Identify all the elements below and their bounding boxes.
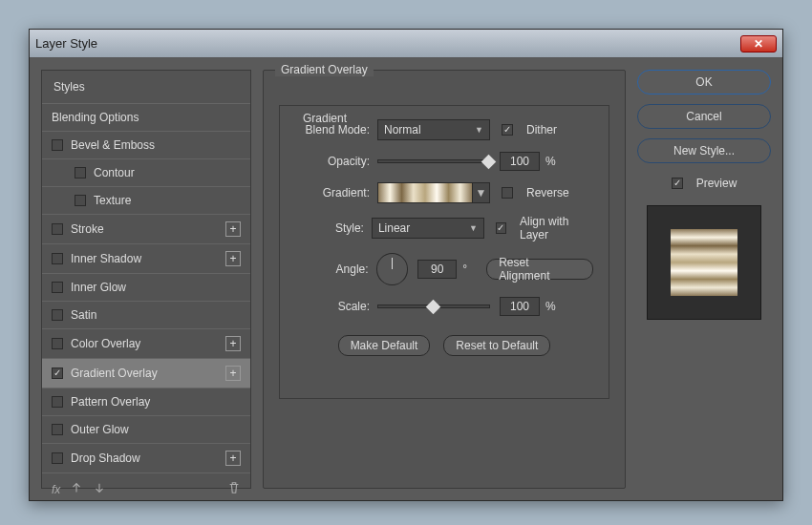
slider-thumb[interactable] xyxy=(426,300,441,315)
style-label: Style: xyxy=(295,221,364,235)
angle-row: Angle: 90 ° Reset Alignment xyxy=(295,253,593,285)
dither-check-icon xyxy=(502,124,513,136)
add-effect-icon[interactable]: + xyxy=(225,221,241,237)
style-row: Style: Linear ▼ Align with Layer xyxy=(295,215,593,242)
gradient-subtitle: Gradient xyxy=(303,112,347,125)
style-item-checkbox[interactable] xyxy=(52,223,63,235)
styles-list: Blending OptionsBevel & EmbossContourTex… xyxy=(42,104,250,473)
style-item-checkbox[interactable] xyxy=(52,424,63,435)
preview-label: Preview xyxy=(696,177,737,190)
style-item-label: Inner Shadow xyxy=(71,252,141,265)
scale-input[interactable]: 100 xyxy=(500,297,540,316)
style-item-checkbox[interactable] xyxy=(52,139,63,151)
preview-gradient xyxy=(671,229,737,296)
gradient-group: Gradient Blend Mode: Normal ▼ Dither Opa… xyxy=(279,105,609,399)
angle-input[interactable]: 90 xyxy=(417,260,457,279)
slider-thumb[interactable] xyxy=(481,155,497,170)
align-checkbox[interactable]: Align with Layer xyxy=(496,215,593,242)
angle-unit: ° xyxy=(462,262,467,276)
dither-checkbox[interactable]: Dither xyxy=(502,123,557,136)
reverse-label: Reverse xyxy=(526,186,569,200)
style-item-checkbox[interactable] xyxy=(52,396,63,408)
style-item-label: Texture xyxy=(94,194,131,207)
blend-mode-value: Normal xyxy=(384,123,421,136)
close-icon: ✕ xyxy=(754,37,763,51)
reverse-checkbox[interactable]: Reverse xyxy=(502,186,569,200)
chevron-down-icon: ▼ xyxy=(475,125,483,135)
window-title: Layer Style xyxy=(35,36,97,51)
chevron-down-icon: ▼ xyxy=(469,223,478,233)
opacity-label: Opacity: xyxy=(295,155,370,168)
preview-checkbox[interactable]: Preview xyxy=(637,177,771,190)
style-select[interactable]: Linear ▼ xyxy=(372,218,484,239)
angle-label: Angle: xyxy=(295,262,369,276)
close-button[interactable]: ✕ xyxy=(740,35,777,52)
right-panel: OK Cancel New Style... Preview xyxy=(637,70,771,489)
style-item-label: Contour xyxy=(94,166,135,179)
style-item-texture[interactable]: Texture xyxy=(42,187,250,215)
fx-icon[interactable]: fx xyxy=(52,483,60,496)
titlebar[interactable]: Layer Style ✕ xyxy=(30,30,782,58)
arrow-down-icon[interactable] xyxy=(93,481,106,497)
style-item-checkbox[interactable] xyxy=(52,282,63,293)
style-item-label: Bevel & Emboss xyxy=(71,138,155,152)
scale-label: Scale: xyxy=(295,300,370,313)
style-item-outer-glow[interactable]: Outer Glow xyxy=(42,416,250,444)
opacity-row: Opacity: 100 % xyxy=(295,152,593,171)
angle-dial[interactable] xyxy=(376,253,408,285)
style-item-blending-options[interactable]: Blending Options xyxy=(42,104,250,132)
gradient-swatch[interactable] xyxy=(377,182,473,203)
style-item-checkbox[interactable] xyxy=(52,452,63,464)
style-item-stroke[interactable]: Stroke+ xyxy=(42,215,250,244)
defaults-row: Make Default Reset to Default xyxy=(295,335,593,356)
opacity-unit: % xyxy=(545,155,556,168)
settings-panel: Gradient Overlay Gradient Blend Mode: No… xyxy=(263,70,626,489)
style-item-label: Stroke xyxy=(71,222,104,236)
styles-header[interactable]: Styles xyxy=(42,71,250,104)
style-item-checkbox[interactable] xyxy=(52,253,63,264)
reset-alignment-button[interactable]: Reset Alignment xyxy=(486,259,593,280)
style-item-checkbox[interactable] xyxy=(52,309,63,321)
scale-slider[interactable] xyxy=(377,304,490,308)
style-item-drop-shadow[interactable]: Drop Shadow+ xyxy=(42,444,250,473)
arrow-up-icon[interactable] xyxy=(70,481,83,497)
opacity-input[interactable]: 100 xyxy=(500,152,540,171)
style-item-checkbox[interactable] xyxy=(75,167,86,178)
style-item-label: Pattern Overlay xyxy=(71,395,150,409)
style-item-gradient-overlay[interactable]: Gradient Overlay+ xyxy=(42,359,250,388)
style-item-satin[interactable]: Satin xyxy=(42,302,250,329)
style-value: Linear xyxy=(378,221,410,235)
make-default-button[interactable]: Make Default xyxy=(338,335,431,356)
cancel-button[interactable]: Cancel xyxy=(637,104,771,129)
align-label: Align with Layer xyxy=(520,215,593,242)
blend-mode-select[interactable]: Normal ▼ xyxy=(377,119,490,140)
style-item-pattern-overlay[interactable]: Pattern Overlay xyxy=(42,388,250,416)
preview-swatch xyxy=(647,205,761,320)
style-item-color-overlay[interactable]: Color Overlay+ xyxy=(42,329,250,359)
ok-button[interactable]: OK xyxy=(637,70,771,94)
chevron-down-icon: ▼ xyxy=(476,186,487,200)
style-item-checkbox[interactable] xyxy=(52,338,63,349)
style-item-contour[interactable]: Contour xyxy=(42,159,250,187)
blend-mode-label: Blend Mode: xyxy=(295,123,370,136)
style-item-inner-glow[interactable]: Inner Glow xyxy=(42,274,250,302)
add-effect-icon[interactable]: + xyxy=(225,336,241,351)
style-item-checkbox[interactable] xyxy=(52,368,63,379)
gradient-label: Gradient: xyxy=(295,186,370,200)
add-effect-icon[interactable]: + xyxy=(225,251,241,266)
styles-panel: Styles Blending OptionsBevel & EmbossCon… xyxy=(41,70,251,489)
opacity-slider[interactable] xyxy=(377,159,490,163)
style-item-label: Gradient Overlay xyxy=(71,367,158,380)
add-effect-icon[interactable]: + xyxy=(225,366,241,381)
trash-icon[interactable] xyxy=(227,481,241,497)
style-item-bevel-emboss[interactable]: Bevel & Emboss xyxy=(42,132,250,159)
style-item-inner-shadow[interactable]: Inner Shadow+ xyxy=(42,244,250,274)
style-item-label: Outer Glow xyxy=(71,423,129,436)
new-style-button[interactable]: New Style... xyxy=(637,138,771,163)
dialog-body: Styles Blending OptionsBevel & EmbossCon… xyxy=(30,58,782,500)
gradient-picker-dropdown[interactable]: ▼ xyxy=(473,182,490,203)
scale-unit: % xyxy=(545,300,556,313)
reset-to-default-button[interactable]: Reset to Default xyxy=(443,335,550,356)
style-item-checkbox[interactable] xyxy=(75,195,86,206)
add-effect-icon[interactable]: + xyxy=(225,451,241,466)
